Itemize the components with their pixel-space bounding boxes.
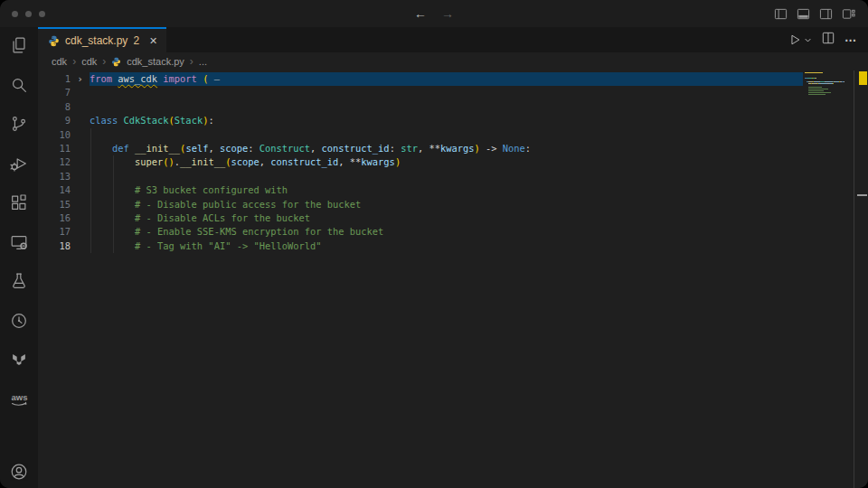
indent-guide <box>90 128 91 254</box>
line-number: 10 <box>38 128 71 142</box>
fold-spacer <box>71 170 90 183</box>
line-number: 8 <box>38 100 71 114</box>
chevron-right-icon: › <box>190 55 193 68</box>
code-line[interactable]: 1›from aws_cdk import ( – <box>38 72 803 86</box>
run-and-debug-icon[interactable] <box>8 153 30 174</box>
line-number: 9 <box>38 114 71 127</box>
code-line[interactable]: 13 <box>38 170 803 183</box>
code-line[interactable]: 11 def __init__(self, scope: Construct, … <box>38 142 803 155</box>
maximize-window-icon[interactable] <box>39 11 45 17</box>
code-line[interactable]: 17 # - Enable SSE-KMS encryption for the… <box>38 225 803 239</box>
line-number: 15 <box>38 198 71 211</box>
minimap-line <box>803 94 854 95</box>
line-number: 1 <box>38 72 71 86</box>
tab-bar: cdk_stack.py 2 ✕ ⋯ <box>38 27 868 52</box>
fold-spacer <box>71 100 90 114</box>
svg-text:aws: aws <box>12 392 28 402</box>
activity-bar: aws <box>0 27 38 488</box>
fold-spacer <box>71 142 90 155</box>
code-lines: 1›from aws_cdk import ( –789class CdkSta… <box>38 72 803 253</box>
more-actions-icon[interactable]: ⋯ <box>844 33 857 47</box>
close-tab-icon[interactable]: ✕ <box>149 35 157 47</box>
vscode-window: ← → <box>0 0 868 488</box>
toggle-primary-sidebar-icon[interactable] <box>774 7 788 21</box>
breadcrumb: cdk › cdk › cdk_stack.py › ... <box>38 52 868 70</box>
fold-spacer <box>71 239 90 253</box>
close-window-icon[interactable] <box>12 11 18 17</box>
line-number: 12 <box>38 155 71 169</box>
overview-ruler[interactable] <box>854 70 868 488</box>
code-line[interactable]: 10 <box>38 128 803 142</box>
remote-explorer-icon[interactable] <box>8 231 30 253</box>
code-line[interactable]: 9class CdkStack(Stack): <box>38 114 803 127</box>
customize-layout-icon[interactable] <box>842 7 855 21</box>
chevron-right-icon: › <box>72 55 76 68</box>
breadcrumb-item-file[interactable]: cdk_stack.py <box>127 56 184 67</box>
line-number: 7 <box>38 86 71 99</box>
line-number: 16 <box>38 211 71 225</box>
editor-group: cdk_stack.py 2 ✕ ⋯ cdk › <box>38 27 868 488</box>
breadcrumb-item-folder[interactable]: cdk <box>81 56 97 67</box>
toggle-panel-icon[interactable] <box>797 7 810 21</box>
line-number: 17 <box>38 225 71 239</box>
fold-spacer <box>71 128 90 142</box>
terraform-icon[interactable] <box>8 349 30 371</box>
python-file-icon <box>48 35 60 47</box>
toggle-secondary-sidebar-icon[interactable] <box>819 7 833 21</box>
back-icon[interactable]: ← <box>414 7 427 20</box>
chevron-right-icon: › <box>102 55 106 68</box>
split-editor-icon[interactable] <box>822 32 835 48</box>
code-line[interactable]: 7 <box>38 86 803 99</box>
minimap-content <box>803 72 854 95</box>
minimize-window-icon[interactable] <box>25 11 32 17</box>
tab-label: cdk_stack.py <box>65 34 127 47</box>
overview-cursor-marker <box>857 194 867 196</box>
minimap[interactable] <box>803 72 854 96</box>
line-number: 18 <box>38 239 71 253</box>
code-line[interactable]: 14 # S3 bucket configured with <box>38 183 803 197</box>
fold-spacer <box>71 183 90 197</box>
line-number: 11 <box>38 142 71 155</box>
aws-toolkit-icon[interactable]: aws <box>8 389 30 410</box>
fold-spacer <box>71 155 90 169</box>
indent-guide <box>113 155 114 253</box>
extensions-icon[interactable] <box>8 192 30 213</box>
history-navigation: ← → <box>414 0 454 27</box>
tab-cdk-stack[interactable]: cdk_stack.py 2 ✕ <box>38 27 166 52</box>
titlebar: ← → <box>0 0 868 27</box>
fold-spacer <box>71 114 90 127</box>
fold-spacer <box>71 211 90 225</box>
fold-spacer <box>71 86 90 99</box>
tab-badge: 2 <box>133 34 139 47</box>
search-icon[interactable] <box>8 74 30 96</box>
accounts-icon[interactable] <box>8 461 30 483</box>
fold-spacer <box>71 225 90 239</box>
overview-warning-marker <box>859 71 867 85</box>
code-line[interactable]: 16 # - Disable ACLs for the bucket <box>38 211 803 225</box>
fold-chevron-icon[interactable]: › <box>71 72 90 86</box>
python-file-icon <box>111 57 121 67</box>
code-line[interactable]: 15 # - Disable public access for the buc… <box>38 198 803 211</box>
breadcrumb-item-folder[interactable]: cdk <box>52 56 67 67</box>
testing-beaker-icon[interactable] <box>8 270 30 292</box>
forward-icon[interactable]: → <box>441 7 454 20</box>
chevron-down-icon <box>804 36 812 44</box>
fold-spacer <box>71 198 90 211</box>
code-editor[interactable]: 1›from aws_cdk import ( –789class CdkSta… <box>38 70 803 488</box>
explorer-icon[interactable] <box>8 34 30 56</box>
code-line[interactable]: 18 # - Tag with "AI" -> "HelloWorld" <box>38 239 803 253</box>
run-python-file-icon[interactable] <box>788 33 812 46</box>
timeline-icon[interactable] <box>8 310 30 332</box>
window-controls[interactable] <box>0 11 45 17</box>
line-number: 13 <box>38 170 71 183</box>
breadcrumb-item-symbol[interactable]: ... <box>199 56 207 67</box>
line-number: 14 <box>38 183 71 197</box>
editor-actions: ⋯ <box>788 27 868 52</box>
code-line[interactable]: 12 super().__init__(scope, construct_id,… <box>38 155 803 169</box>
code-line[interactable]: 8 <box>38 100 803 114</box>
source-control-icon[interactable] <box>8 113 30 135</box>
